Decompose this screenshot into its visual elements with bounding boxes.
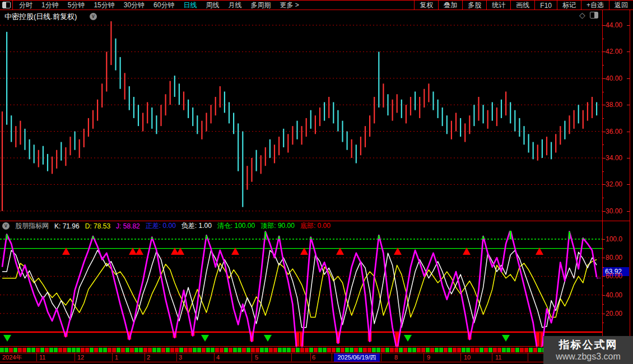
menu-item-7[interactable]: +自选	[581, 1, 609, 10]
period-tab-6[interactable]: 日线	[179, 1, 201, 10]
signal-block	[372, 348, 376, 352]
signal-block	[229, 348, 232, 352]
period-tab-7[interactable]: 周线	[201, 1, 224, 10]
signal-block	[27, 348, 31, 352]
signal-block	[412, 348, 416, 352]
signal-block	[94, 348, 98, 352]
signal-block	[220, 348, 224, 352]
signal-block	[0, 348, 4, 352]
date-tick	[460, 353, 461, 361]
period-tab-8[interactable]: 月线	[224, 1, 246, 10]
signal-block	[515, 348, 519, 352]
indicator-chevron-icon[interactable]: ∨	[2, 222, 10, 230]
signal-block	[9, 348, 13, 352]
menu-item-4[interactable]: 画线	[510, 1, 534, 10]
indicator-field-6: 顶部: 90.00	[260, 221, 295, 231]
date-label: 2	[147, 354, 150, 361]
signal-block	[533, 348, 537, 352]
menu-item-3[interactable]: 统计	[486, 1, 510, 10]
signal-block	[345, 348, 349, 352]
indicator-field-1: D: 78.53	[85, 222, 110, 230]
period-tab-3[interactable]: 15分钟	[89, 1, 119, 10]
signal-block	[193, 348, 197, 352]
signal-block	[291, 348, 295, 352]
menu-item-2[interactable]: 多股	[462, 1, 486, 10]
chevron-down-icon[interactable]: ∨	[90, 13, 97, 20]
date-label: 6	[312, 354, 315, 361]
date-tick	[381, 353, 381, 361]
signal-block	[502, 348, 506, 352]
signal-block	[376, 348, 380, 352]
indicator-field-2: J: 58.82	[116, 222, 140, 230]
signal-block	[188, 348, 192, 352]
signal-block	[63, 348, 67, 352]
candlestick-chart[interactable]	[0, 21, 602, 221]
menu-item-5[interactable]: F10	[534, 1, 557, 10]
date-tick	[310, 353, 311, 361]
signal-block	[130, 348, 134, 352]
axis-left-border	[602, 10, 603, 362]
signal-block	[206, 348, 210, 352]
date-tick	[75, 353, 75, 361]
menu-item-8[interactable]: 返回	[609, 1, 633, 10]
indicator-axis-label: 100.0	[606, 235, 630, 243]
period-tab-10[interactable]: 更多 >	[275, 1, 303, 10]
signal-block	[332, 348, 336, 352]
title-bar: 中密控股(日线.前复权) ∨ ◇	[0, 11, 630, 21]
indicator-chart[interactable]: ←	[0, 231, 602, 347]
signal-block	[354, 348, 358, 352]
indicator-axis-label: 20.00	[606, 310, 630, 318]
corner-icons: ◇	[579, 11, 598, 19]
axis-right-border	[630, 10, 630, 362]
signal-block	[493, 348, 497, 352]
menu-item-1[interactable]: 叠加	[438, 1, 462, 10]
signal-block	[341, 348, 345, 352]
diamond-icon[interactable]: ◇	[579, 11, 585, 19]
indicator-bottom-border	[0, 346, 630, 347]
layout-toggle-button[interactable]	[0, 1, 13, 10]
signal-block	[251, 348, 255, 352]
signal-block	[4, 348, 8, 352]
indicator-field-3: 正差: 0.00	[146, 221, 176, 231]
signal-block	[444, 348, 448, 352]
signal-block	[13, 348, 17, 352]
period-tab-0[interactable]: 分时	[15, 1, 37, 10]
signal-block	[125, 348, 129, 352]
signal-block	[520, 348, 524, 352]
signal-block	[54, 348, 58, 352]
menu-item-6[interactable]: 标记	[557, 1, 581, 10]
period-tab-9[interactable]: 多周期	[246, 1, 275, 10]
stock-title: 中密控股(日线.前复权)	[4, 12, 77, 22]
signal-block	[202, 348, 206, 352]
date-tick	[252, 353, 252, 361]
signal-block	[90, 348, 94, 352]
signal-block	[40, 348, 44, 352]
signal-block	[480, 348, 483, 352]
signal-block	[148, 348, 152, 352]
signal-block	[152, 348, 156, 352]
period-tab-4[interactable]: 30分钟	[119, 1, 149, 10]
signal-block	[538, 348, 542, 352]
panel-layout-icon[interactable]	[590, 12, 598, 18]
signal-block	[327, 348, 331, 352]
period-tab-1[interactable]: 1分钟	[37, 1, 63, 10]
signal-block	[506, 348, 510, 352]
signal-block	[300, 348, 304, 352]
signal-block	[72, 348, 76, 352]
signal-block	[394, 348, 398, 352]
date-label: 11	[495, 354, 501, 361]
period-tab-2[interactable]: 5分钟	[63, 1, 90, 10]
signal-block	[31, 348, 35, 352]
period-tab-5[interactable]: 60分钟	[149, 1, 179, 10]
indicator-field-5: 清仓: 100.00	[217, 221, 255, 231]
signal-block	[282, 348, 286, 352]
signal-block	[336, 348, 340, 352]
signal-block	[166, 348, 170, 352]
menu-item-0[interactable]: 复权	[414, 1, 438, 10]
indicator-name: 股朋指标网	[15, 221, 49, 231]
signal-block	[529, 348, 533, 352]
date-label: 4	[216, 354, 220, 361]
indicator-axis-label: 40.00	[606, 291, 630, 299]
date-tick	[214, 353, 215, 361]
date-axis: 2024年11121234568910112025/06/19/四	[0, 353, 630, 362]
